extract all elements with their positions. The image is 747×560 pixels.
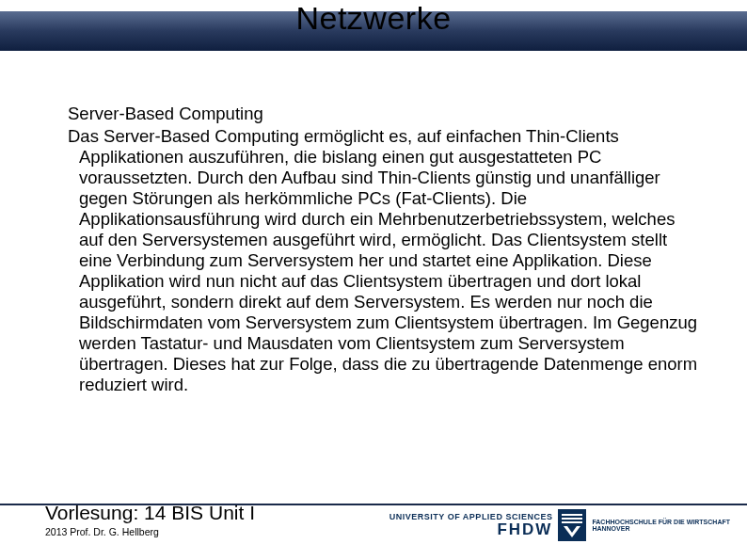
content-body-firstline: Das Server-Based Computing ermöglicht es… bbox=[68, 126, 619, 146]
content-body-rest: Applikationen auszuführen, die bislang e… bbox=[68, 147, 700, 395]
logo-right-line1: FACHHOCHSCHULE FÜR DIE WIRTSCHAFT bbox=[592, 519, 730, 525]
logo-right-text: FACHHOCHSCHULE FÜR DIE WIRTSCHAFT HANNOV… bbox=[592, 519, 730, 533]
content-area: Server-Based Computing Das Server-Based … bbox=[68, 104, 700, 395]
copyright: 2013 Prof. Dr. G. Hellberg bbox=[45, 526, 255, 537]
fhdw-logo: UNIVERSITY OF APPLIED SCIENCES FHDW FACH… bbox=[389, 509, 730, 541]
content-body: Das Server-Based Computing ermöglicht es… bbox=[68, 126, 700, 395]
slide-title: Netzwerke bbox=[0, 0, 747, 37]
logo-left-text: UNIVERSITY OF APPLIED SCIENCES FHDW bbox=[389, 513, 553, 537]
lecture-label: Vorlesung: bbox=[45, 502, 138, 523]
content-subheading: Server-Based Computing bbox=[68, 104, 700, 124]
lecture-value: 14 BIS Unit I bbox=[138, 502, 255, 523]
svg-rect-2 bbox=[562, 518, 582, 520]
svg-rect-1 bbox=[562, 514, 582, 516]
logo-mark-icon bbox=[558, 509, 586, 541]
lecture-line: Vorlesung: 14 BIS Unit I bbox=[45, 502, 255, 524]
logo-left-line2: FHDW bbox=[497, 521, 552, 537]
logo-right-line2: HANNOVER bbox=[592, 525, 730, 532]
footer-left: Vorlesung: 14 BIS Unit I 2013 Prof. Dr. … bbox=[45, 502, 255, 537]
svg-rect-3 bbox=[562, 521, 582, 523]
slide: Netzwerke Server-Based Computing Das Ser… bbox=[0, 0, 747, 560]
